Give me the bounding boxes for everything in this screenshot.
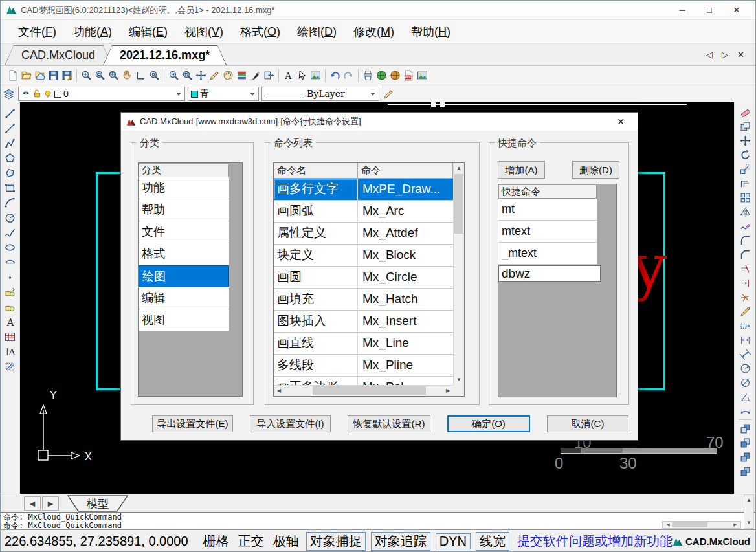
explode-button[interactable]: [739, 290, 752, 304]
scrollbar-thumb[interactable]: [313, 386, 426, 395]
scroll-left-icon[interactable]: ◀: [274, 386, 284, 395]
toggle-ortho[interactable]: 正交: [238, 533, 264, 550]
command-table-rows[interactable]: 画多行文字MxPE_Draw...画圆弧Mx_Arc属性定义Mx_Attdef块…: [274, 179, 453, 385]
dim-angular-button[interactable]: [739, 390, 752, 404]
category-item[interactable]: 编辑: [139, 287, 229, 309]
table-row[interactable]: 画正多边形Mx_Pol: [274, 377, 453, 385]
rotate-object-button[interactable]: [739, 148, 752, 162]
zoom-realtime-button[interactable]: [148, 69, 161, 83]
ucs-button[interactable]: [134, 69, 148, 83]
category-item[interactable]: 格式: [139, 243, 229, 265]
cancel-button[interactable]: 取消(C): [547, 415, 628, 432]
insert-block-button[interactable]: [3, 285, 17, 300]
erase-button[interactable]: [739, 105, 752, 119]
shortcut-item[interactable]: _mtext: [498, 243, 597, 265]
close-tab-button[interactable]: ✕: [733, 50, 749, 60]
mirror-object-button[interactable]: [739, 204, 752, 219]
color-combo[interactable]: 青: [188, 87, 259, 101]
edit-polyline-button[interactable]: [739, 219, 752, 233]
table-row[interactable]: 画圆Mx_Circle: [274, 267, 453, 289]
command-horizontal-scrollbar[interactable]: ◀ ▶: [662, 521, 741, 529]
table-row[interactable]: 画多行文字MxPE_Draw...: [274, 179, 453, 201]
redo-button[interactable]: [342, 69, 355, 83]
toggle-polar[interactable]: 极轴: [273, 533, 299, 550]
menu-format[interactable]: 格式(O): [232, 24, 289, 39]
minimize-button[interactable]: ─: [669, 5, 696, 15]
menu-view[interactable]: 视图(V): [176, 24, 232, 39]
draw-ellipse-arc-button[interactable]: [3, 255, 17, 270]
add-shortcut-button[interactable]: 增加(A): [498, 161, 545, 179]
dim-diameter-button[interactable]: [739, 375, 752, 390]
menu-help[interactable]: 帮助(H): [403, 24, 459, 39]
feedback-link[interactable]: 提交软件问题或增加新功能: [517, 533, 673, 550]
horizontal-scrollbar[interactable]: ◀ ▶: [274, 385, 453, 396]
category-item[interactable]: 帮助: [139, 199, 229, 221]
export-pdf-button[interactable]: PDF: [402, 69, 416, 83]
insert-table-button[interactable]: [3, 329, 17, 344]
scroll-right-icon[interactable]: ▶: [730, 522, 740, 528]
export-settings-button[interactable]: 导出设置文件(E): [152, 415, 233, 432]
scroll-down-icon[interactable]: ▼: [454, 375, 464, 385]
draw-text-button[interactable]: A: [3, 315, 17, 329]
scroll-up-icon[interactable]: ▲: [744, 495, 753, 505]
linetype-combo[interactable]: ByLayer: [261, 87, 379, 101]
next-tab-button[interactable]: ▷: [717, 50, 733, 60]
shortcut-item[interactable]: mtext: [498, 221, 597, 243]
draw-circle-button[interactable]: [3, 210, 17, 225]
table-row[interactable]: 多线段Mx_Pline: [274, 355, 453, 377]
category-item[interactable]: 功能: [139, 177, 229, 199]
menu-edit[interactable]: 编辑(E): [120, 24, 176, 39]
tab-cloud[interactable]: CAD.MxCloud: [5, 45, 112, 65]
menu-draw[interactable]: 绘图(D): [289, 24, 345, 39]
toggle-osnap[interactable]: 对象捕捉: [306, 532, 366, 551]
next-layout-button[interactable]: ▶: [42, 496, 59, 511]
toggle-otrack[interactable]: 对象追踪: [371, 532, 430, 551]
table-row[interactable]: 画圆弧Mx_Arc: [274, 201, 453, 223]
move-view-button[interactable]: [194, 69, 208, 83]
prev-layout-button[interactable]: ◀: [24, 496, 41, 511]
extend-button[interactable]: [739, 276, 752, 290]
save-button[interactable]: [47, 69, 60, 83]
fillet-button[interactable]: [739, 233, 752, 247]
zoom-extents-button[interactable]: [107, 69, 120, 83]
draw-hatch-button[interactable]: [3, 359, 17, 374]
pan-button[interactable]: [120, 69, 134, 83]
draw-line-button[interactable]: [3, 106, 17, 121]
zoom-scale-button[interactable]: [181, 69, 194, 83]
toggle-lineweight[interactable]: 线宽: [476, 532, 509, 551]
draw-polygon2-button[interactable]: [3, 166, 17, 181]
category-list[interactable]: 分类功能帮助文件格式绘图编辑视图: [138, 162, 243, 397]
dim-radius-button[interactable]: [739, 361, 752, 375]
import-settings-button[interactable]: 导入设置文件(I): [250, 415, 331, 432]
command-window[interactable]: 命令: MxCloud_QuickCommand命令: MxCloud_Quic…: [1, 512, 755, 529]
toggle-dyn[interactable]: DYN: [436, 533, 471, 549]
menu-file[interactable]: 文件(F): [10, 24, 65, 39]
dim-aligned-button[interactable]: [739, 347, 752, 361]
scrollbar-thumb[interactable]: [672, 522, 707, 527]
maximize-button[interactable]: □: [696, 5, 723, 15]
array-object-button[interactable]: [739, 190, 752, 204]
vertical-scrollbar[interactable]: ▲ ▼: [453, 163, 464, 385]
zoom-window-button[interactable]: [93, 69, 107, 83]
scale-object-button[interactable]: [739, 162, 752, 176]
print-button[interactable]: [361, 69, 375, 83]
prev-tab-button[interactable]: ◁: [702, 50, 717, 60]
table-row[interactable]: 块定义Mx_Block: [274, 245, 453, 267]
draw-spline-button[interactable]: [3, 225, 17, 240]
bring-to-front-button[interactable]: [739, 421, 752, 436]
trim-button[interactable]: [739, 261, 752, 276]
category-item[interactable]: 绘图: [139, 265, 229, 287]
draw-point-button[interactable]: [3, 270, 17, 285]
toggle-grid[interactable]: 栅格: [203, 533, 229, 550]
layers-button[interactable]: [2, 87, 16, 101]
publish-web-button[interactable]: [375, 69, 388, 83]
scrollbar-thumb[interactable]: [454, 174, 463, 234]
column-header[interactable]: 命令: [358, 163, 453, 179]
sketch-button[interactable]: [208, 69, 221, 83]
send-to-back-button[interactable]: [739, 436, 752, 450]
zoom-previous-button[interactable]: [167, 69, 181, 83]
table-row[interactable]: 属性定义Mx_Attdef: [274, 223, 453, 245]
make-block-button[interactable]: [3, 300, 17, 315]
draw-ellipse-button[interactable]: [3, 240, 17, 255]
category-item[interactable]: 文件: [139, 221, 229, 243]
